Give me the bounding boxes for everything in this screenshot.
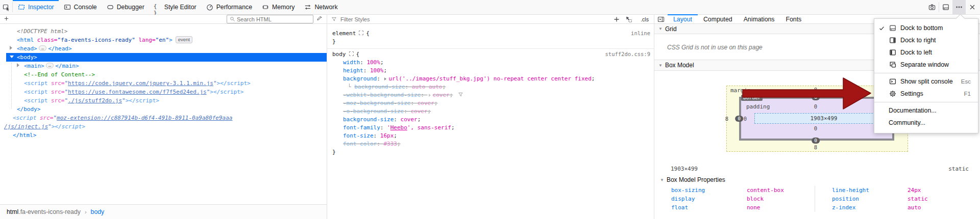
css-declaration-background[interactable]: background: url('../images/stuff_bkg.jpg…	[327, 75, 654, 83]
search-html-input[interactable]	[236, 16, 304, 23]
tab-memory[interactable]: Memory	[257, 0, 299, 14]
css-declaration-width[interactable]: width: 100%;	[327, 59, 654, 67]
tab-style-editor[interactable]: { }Style Editor	[149, 0, 201, 14]
sidebar-tab-animations[interactable]: Animations	[738, 15, 780, 23]
filter-funnel-icon	[330, 16, 337, 23]
customize-devtools-button[interactable]	[952, 0, 966, 14]
markup-line[interactable]: <script src="moz-extension://c887914b-d6…	[0, 114, 327, 122]
sidebar-tab-computed[interactable]: Computed	[698, 15, 738, 23]
css-declaration-font-color[interactable]: font color: #333;	[327, 140, 654, 148]
padding-top-value[interactable]: 0	[814, 103, 817, 110]
tab-network[interactable]: Network	[299, 0, 342, 14]
box-model-properties-header[interactable]: ▼ Box Model Properties	[660, 176, 725, 183]
add-rule-button[interactable]	[610, 15, 623, 23]
margin-top-value[interactable]: 8	[814, 87, 817, 93]
expand-arrow-icon[interactable]	[17, 62, 24, 70]
breadcrumb-item-html[interactable]: html.fa-events-icons-ready	[7, 208, 81, 215]
markup-line[interactable]: <!--End of Content-->	[0, 70, 327, 79]
breadcrumb-item-body[interactable]: body	[91, 208, 105, 215]
tab-performance[interactable]: Performance	[201, 0, 257, 14]
rule-source-link[interactable]: inline	[631, 30, 650, 36]
menu-item-shortcut: Esc	[961, 78, 971, 85]
toggle-pseudo-classes-button[interactable]	[623, 15, 635, 23]
markup-line-selected[interactable]: <body>	[6, 53, 327, 62]
pick-element-button[interactable]	[0, 0, 12, 14]
plus-icon	[3, 15, 10, 23]
menu-item-label: Dock to bottom	[900, 24, 971, 32]
expander-icon[interactable]	[429, 94, 431, 97]
eyedropper-button[interactable]	[316, 16, 324, 23]
menu-item-dock-to-right[interactable]: Dock to right	[874, 34, 978, 46]
sidebar-tab-layout[interactable]: Layout	[668, 15, 698, 23]
sidebar-tab-fonts[interactable]: Fonts	[780, 15, 807, 23]
screenshot-button[interactable]	[925, 0, 939, 14]
border-bottom-value[interactable]: 0	[812, 138, 820, 144]
create-new-node-button[interactable]	[3, 16, 10, 23]
menu-item-dock-to-bottom[interactable]: Dock to bottom	[874, 22, 978, 34]
highlight-selector-icon[interactable]	[359, 31, 363, 35]
markup-line[interactable]: <script src="./js/stuff2do.js"></script>	[0, 96, 327, 105]
padding-bottom-value[interactable]: 0	[814, 125, 817, 131]
responsive-dock-button[interactable]	[939, 0, 952, 14]
rules-toolbar: .cls	[327, 15, 654, 24]
tab-label: Memory	[272, 4, 295, 11]
sidebar-toggle-button[interactable]	[654, 15, 668, 23]
property-row-z-index: z-indexauto	[832, 203, 980, 212]
markup-line[interactable]: /js/inject.js"></script>	[0, 122, 327, 131]
markup-line[interactable]: <main>…</main>	[0, 62, 327, 70]
menu-item-label: Documentation...	[889, 107, 971, 114]
menu-item-community[interactable]: Community...	[874, 117, 978, 129]
toggle-classes-button[interactable]: .cls	[635, 15, 654, 23]
camera-icon	[928, 3, 936, 11]
css-declaration-o-background-size[interactable]: -o-background-size: cover;	[327, 107, 654, 116]
menu-item-separate-window[interactable]: Separate window	[874, 59, 978, 71]
css-declaration-webkit-background-size[interactable]: -webkit-background-size: cover;	[327, 91, 654, 99]
tab-console[interactable]: Console	[59, 0, 102, 14]
box-model-content-region[interactable]: 1903×499	[754, 113, 893, 124]
tab-label: Debugger	[117, 4, 144, 11]
overridden-filter-icon[interactable]	[458, 92, 463, 99]
css-declaration-background-size[interactable]: background-size: cover;	[327, 116, 654, 124]
close-devtools-button[interactable]	[966, 0, 979, 14]
filter-styles-input[interactable]	[339, 16, 610, 23]
eyedropper-icon	[316, 15, 324, 23]
collapsed-ellipsis-badge[interactable]: …	[46, 63, 54, 68]
collapse-arrow-icon[interactable]	[10, 53, 17, 62]
menu-separator	[874, 73, 978, 73]
markup-line[interactable]: <!DOCTYPE html>	[0, 27, 327, 36]
markup-line[interactable]: </html>	[0, 131, 327, 140]
tab-debugger[interactable]: Debugger	[102, 0, 149, 14]
property-name: position	[832, 195, 908, 203]
menu-item-documentation[interactable]: Documentation...	[874, 104, 978, 117]
padding-left-value[interactable]: 0	[744, 116, 747, 122]
menu-item-settings[interactable]: SettingsF1	[874, 88, 978, 100]
border-left-value[interactable]: 0	[735, 116, 743, 122]
collapsed-ellipsis-badge[interactable]: …	[39, 45, 46, 51]
css-declaration-font-size[interactable]: font-size: 16px;	[327, 132, 654, 140]
toolbar-right-icons	[925, 0, 979, 14]
border-top-value[interactable]: 0	[812, 94, 820, 100]
markup-line[interactable]: <html class="fa-events-icons-ready" lang…	[0, 36, 327, 44]
markup-line[interactable]: <script src="https://code.jquery.com/jqu…	[0, 79, 327, 88]
rule-selector-line[interactable]: element{	[327, 30, 654, 38]
rule-source-link[interactable]: stuff2do.css:9	[605, 51, 650, 57]
property-name: display	[671, 195, 747, 203]
border-label: border	[741, 95, 763, 101]
css-declaration-moz-background-size[interactable]: -moz-background-size: cover;	[327, 99, 654, 107]
highlight-selector-icon[interactable]	[349, 51, 354, 56]
event-badge[interactable]: event	[176, 36, 192, 43]
markup-line[interactable]: <head>…</head>	[0, 44, 327, 53]
menu-item-show-split-console[interactable]: Show split consoleEsc	[874, 75, 978, 88]
expander-icon[interactable]	[384, 77, 386, 80]
css-declaration-font-family[interactable]: font-family: 'Heebo', sans-serif;	[327, 124, 654, 132]
box-model-properties-title: Box Model Properties	[667, 176, 725, 183]
css-declaration-background-size[interactable]: └ background-size: auto auto;	[327, 83, 654, 91]
markup-line[interactable]: </body>	[0, 105, 327, 114]
margin-left-value[interactable]: 8	[725, 116, 728, 122]
menu-item-dock-to-left[interactable]: Dock to left	[874, 46, 978, 59]
tab-inspector[interactable]: Inspector	[13, 0, 59, 14]
margin-bottom-value[interactable]: 8	[814, 144, 817, 150]
css-declaration-height[interactable]: height: 100%;	[327, 67, 654, 75]
markup-line[interactable]: <script src="https://use.fontawesome.com…	[0, 88, 327, 96]
expand-arrow-icon[interactable]	[10, 44, 17, 53]
